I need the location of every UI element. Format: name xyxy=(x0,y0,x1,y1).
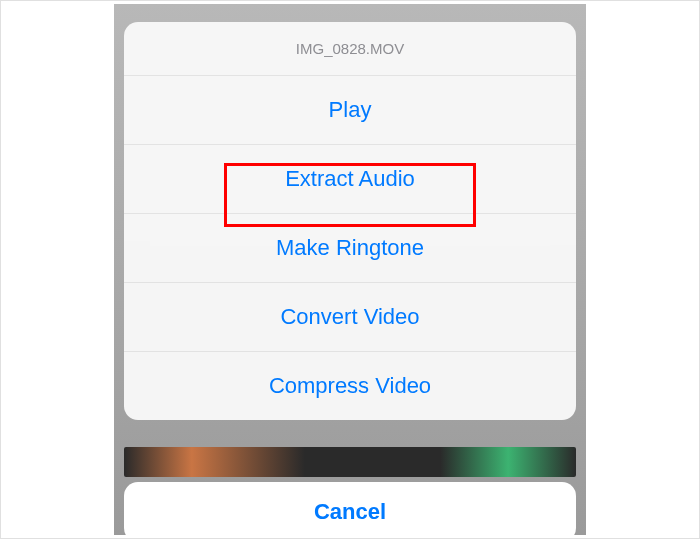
action-sheet-title: IMG_0828.MOV xyxy=(124,22,576,76)
option-play[interactable]: Play xyxy=(124,76,576,145)
background-partial-ui xyxy=(124,447,576,477)
option-extract-audio[interactable]: Extract Audio xyxy=(124,145,576,214)
option-make-ringtone[interactable]: Make Ringtone xyxy=(124,214,576,283)
action-sheet: IMG_0828.MOV Play Extract Audio Make Rin… xyxy=(124,22,576,420)
option-convert-video[interactable]: Convert Video xyxy=(124,283,576,352)
option-compress-video[interactable]: Compress Video xyxy=(124,352,576,420)
cancel-button[interactable]: Cancel xyxy=(124,482,576,535)
phone-viewport: IMG_0828.MOV Play Extract Audio Make Rin… xyxy=(114,4,586,535)
